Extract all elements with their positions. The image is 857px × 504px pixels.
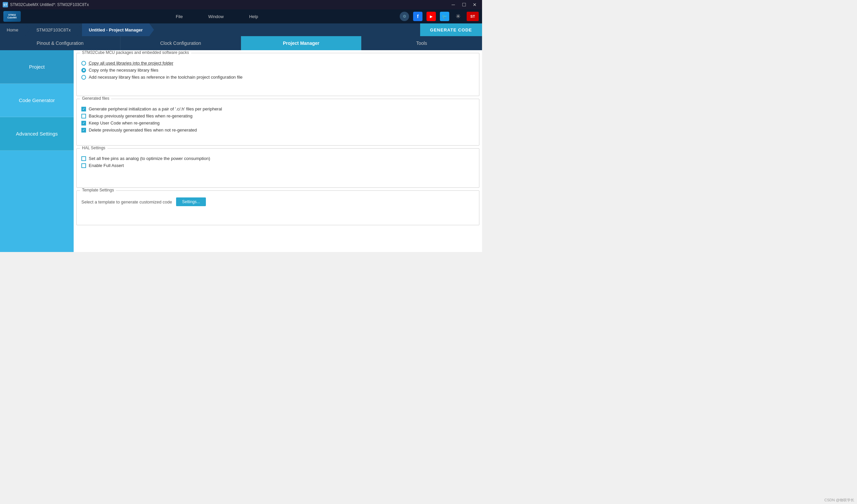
gf-option-4-label: Delete previously generated files when n… [89,128,197,133]
sidebar-item-code-generator[interactable]: Code Generator [0,84,74,117]
breadcrumb-home[interactable]: Home [0,23,25,36]
gf-option-3-label: Keep User Code when re-generating [89,120,160,125]
hal-checkbox-2[interactable] [81,163,86,168]
generate-code-button[interactable]: GENERATE CODE [420,23,482,36]
hal-option-2-row: Enable Full Assert [81,163,474,168]
minimize-button[interactable]: ─ [449,0,458,10]
logo-area: STM32 CubeMX [3,11,21,22]
gf-option-2-row: Backup previously generated files when r… [81,114,474,118]
breadcrumb-chip[interactable]: STM32F103C8Tx [30,23,78,36]
gf-option-1-row: Generate peripheral initialization as a … [81,106,474,112]
mcu-option-3-label: Add necessary library files as reference… [89,74,243,80]
titlebar-left: ST STM32CubeMX Untitled*: STM32F103C8Tx [3,2,89,7]
mcu-packages-section: STM32Cube MCU packages and embedded soft… [76,53,480,96]
tabbar: Pinout & Configuration Clock Configurati… [0,36,482,50]
gf-checkbox-4[interactable] [81,128,86,133]
mcu-option-2-row: Copy only the necessary library files [81,68,474,73]
gf-option-3-row: Keep User Code when re-generating [81,120,474,125]
mcu-option-2-label: Copy only the necessary library files [89,68,158,73]
gf-option-4-row: Delete previously generated files when n… [81,128,474,133]
community-icon[interactable]: ✳ [453,12,463,21]
hal-option-1-label: Set all free pins as analog (to optimize… [89,156,210,161]
tab-tools[interactable]: Tools [362,36,482,50]
twitter-icon[interactable]: 🐦 [440,12,449,21]
app-icon: ST [3,2,8,7]
menu-window[interactable]: Window [205,13,226,20]
hal-option-2-label: Enable Full Assert [89,163,124,168]
titlebar-controls: ─ ☐ ✕ [449,0,480,10]
facebook-icon[interactable]: f [413,12,422,21]
generated-files-section: Generated files Generate peripheral init… [76,99,480,146]
mcu-option-1-row: Copy all used libraries into the project… [81,61,474,66]
hal-option-1-row: Set all free pins as analog (to optimize… [81,156,474,161]
youtube-icon[interactable]: ▶ [426,12,436,21]
gf-option-2-label: Backup previously generated files when r… [89,114,192,118]
template-settings-title: Template Settings [80,188,116,192]
settings-button[interactable]: Settings... [176,198,206,206]
mcu-radio-1[interactable] [81,61,86,66]
hal-settings-title: HAL Settings [80,146,107,150]
mcu-radio-2[interactable] [81,68,86,73]
menu-file[interactable]: File [173,13,185,20]
gf-checkbox-3[interactable] [81,121,86,125]
generated-files-title: Generated files [80,96,111,101]
hal-settings-section: HAL Settings Set all free pins as analog… [76,148,480,188]
mcu-radio-3[interactable] [81,75,86,80]
content-panel: STM32Cube MCU packages and embedded soft… [74,50,482,252]
breadcrumb: Home STM32F103C8Tx Untitled - Project Ma… [0,23,482,36]
stm32cubemx-logo: STM32 CubeMX [3,11,21,22]
mcu-option-3-row: Add necessary library files as reference… [81,74,474,80]
menu-help[interactable]: Help [246,13,261,20]
tab-clock[interactable]: Clock Configuration [120,36,241,50]
sidebar-item-project[interactable]: Project [0,50,74,84]
menu-items: File Window Help [34,13,400,20]
sidebar-item-advanced-settings[interactable]: Advanced Settings [0,117,74,151]
mcu-packages-title: STM32Cube MCU packages and embedded soft… [80,50,191,55]
sidebar: Project Code Generator Advanced Settings [0,50,74,252]
gf-checkbox-1[interactable] [81,107,86,112]
settings-icon[interactable]: ⚙ [400,12,409,21]
tab-project-manager[interactable]: Project Manager [241,36,362,50]
menubar: STM32 CubeMX File Window Help ⚙ f ▶ 🐦 ✳ … [0,10,482,23]
breadcrumb-active[interactable]: Untitled - Project Manager [82,23,149,36]
window-title: STM32CubeMX Untitled*: STM32F103C8Tx [10,2,89,7]
tab-pinout[interactable]: Pinout & Configuration [0,36,120,50]
hal-checkbox-1[interactable] [81,156,86,161]
mcu-option-1-label: Copy all used libraries into the project… [89,61,173,66]
menubar-right: ⚙ f ▶ 🐦 ✳ ST [400,12,479,21]
template-description: Select a template to generate customized… [81,200,172,204]
gf-checkbox-2[interactable] [81,114,86,118]
titlebar: ST STM32CubeMX Untitled*: STM32F103C8Tx … [0,0,482,10]
maximize-button[interactable]: ☐ [459,0,469,10]
st-logo: ST [467,12,479,21]
template-settings-section: Template Settings Select a template to g… [76,190,480,225]
main-content: Project Code Generator Advanced Settings… [0,50,482,252]
close-button[interactable]: ✕ [470,0,480,10]
gf-option-1-label: Generate peripheral initialization as a … [89,106,222,112]
template-row: Select a template to generate customized… [81,196,474,207]
